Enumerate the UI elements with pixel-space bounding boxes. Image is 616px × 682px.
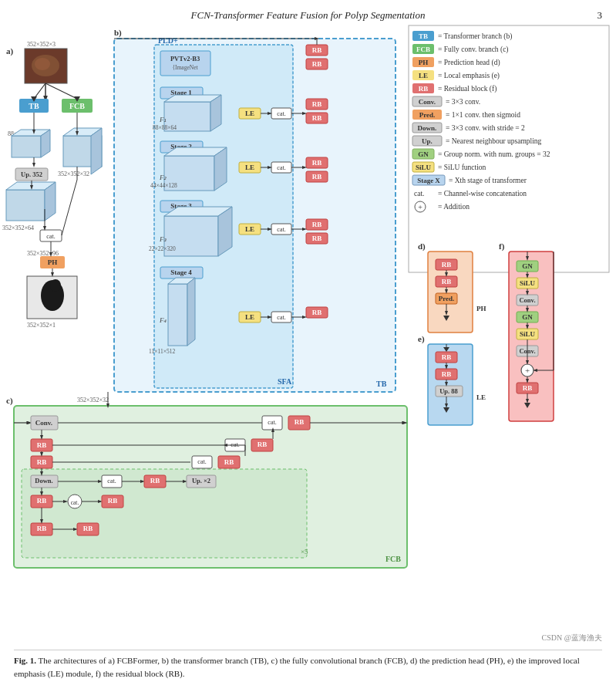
dim-96-a: 352×352×96: [27, 250, 59, 257]
leg-ph-eq: = Prediction head (d): [438, 59, 500, 67]
rb-b-2a: RB: [312, 100, 322, 108]
leg-pred-label: Pred.: [419, 111, 436, 119]
svg-rect-64: [168, 284, 187, 346]
rb-b-4a: RB: [312, 221, 322, 228]
silu-f-1: SiLU: [520, 279, 536, 287]
cat-b-2: cat.: [277, 164, 285, 171]
leg-rb-label: RB: [419, 85, 429, 93]
sec-d-label: d): [418, 241, 426, 252]
rb-b-1b: RB: [312, 60, 322, 68]
rb-b-3a: RB: [312, 159, 322, 167]
gn-f-2: GN: [522, 313, 533, 321]
imagenet-label: {ImageNet: [172, 64, 198, 71]
f3-label: F₃: [159, 235, 167, 243]
fcb-box-a: FCB: [69, 102, 85, 110]
leg-conv-label: Conv.: [419, 98, 436, 106]
leg-cat-eq: = Channel-wise concatenation: [438, 190, 527, 198]
watermark: CSDN @蓝海渔夫: [542, 633, 602, 643]
sec-e-label: e): [418, 334, 425, 344]
svg-point-38: [50, 279, 61, 292]
main-diagram: TB = Transformer branch (b) FCB = Fully …: [0, 22, 616, 585]
gn-f-1: GN: [522, 262, 533, 270]
rb-c-1a: RB: [37, 441, 47, 449]
rb-c-top: RB: [295, 418, 305, 426]
conv-f-1: Conv.: [519, 296, 535, 304]
leg-tb-eq: = Transformer branch (b): [438, 32, 512, 41]
up-x2-c: Up. ×2: [192, 477, 210, 484]
f1-label: F₁: [159, 116, 167, 123]
rb-c-4a: RB: [37, 497, 47, 505]
cat-b-4: cat.: [277, 314, 285, 321]
leg-plus-sym: +: [418, 203, 422, 211]
rb-b-1a: RB: [312, 46, 322, 54]
f2-label: F₂: [159, 174, 167, 181]
silu-f-2: SiLU: [520, 330, 536, 338]
dim-tb-32: 352×352×32: [77, 397, 109, 403]
svg-line-45: [62, 180, 77, 235]
svg-rect-28: [6, 190, 45, 221]
rb-c-4b: RB: [108, 497, 118, 505]
leg-plus-eq: = Addition: [438, 203, 470, 211]
leg-up-label: Up.: [422, 137, 433, 145]
page-header: FCN-Transformer Feature Fusion for Polyp…: [14, 9, 602, 22]
pred-d: Pred.: [439, 295, 455, 302]
rb-c-5b: RB: [83, 525, 93, 532]
caption: Fig. 1. The architectures of a) FCBForme…: [14, 650, 602, 680]
rb-b-5: RB: [312, 309, 322, 316]
page: FCN-Transformer Feature Fusion for Polyp…: [0, 0, 616, 682]
dim-input: 352×352×3: [27, 41, 56, 48]
cat-b-1: cat.: [277, 110, 285, 117]
dim-11-512: 11×11×512: [149, 348, 175, 355]
leg-up-eq: = Nearest neighbour upsampling: [446, 137, 542, 145]
caption-bold: Fig. 1.: [14, 656, 36, 665]
up88-e: Up. 88: [439, 387, 458, 395]
cat-a: cat.: [46, 233, 55, 240]
rb-c-2b: RB: [224, 458, 234, 466]
up352-a: Up. 352: [21, 170, 42, 178]
cat-c-top: cat.: [268, 419, 276, 426]
sec-f-label: f): [499, 241, 505, 252]
leg-cat-sym: cat.: [414, 190, 424, 198]
rb-b-3b: RB: [312, 173, 322, 181]
conv-c-1: Conv.: [35, 419, 52, 427]
svg-marker-62: [218, 207, 232, 256]
rb-c-3: RB: [150, 477, 160, 484]
le-b-3: LE: [245, 225, 254, 233]
sec-c-label: c): [6, 396, 13, 406]
leg-stagex-eq: = Xth stage of transformer: [449, 177, 527, 184]
leg-fcb-eq: = Fully conv. branch (c): [438, 46, 509, 54]
rb-d-1: RB: [442, 261, 452, 268]
ph-d-label: PH: [476, 305, 486, 312]
le-b-4: LE: [245, 313, 254, 321]
svg-marker-33: [91, 128, 102, 174]
ph-box-a: PH: [48, 258, 58, 266]
down-c: Down.: [35, 477, 52, 484]
tb-box-a: TB: [29, 102, 39, 110]
leg-pred-eq: = 1×1 conv. then sigmoid: [446, 111, 520, 119]
sfa-label: SFA: [278, 377, 292, 386]
cat-b-3: cat.: [277, 226, 285, 233]
leg-silu-eq: = SiLU function: [438, 164, 486, 171]
leg-tb-label: TB: [419, 32, 428, 40]
dim-44-128: 44×44×128: [150, 182, 177, 189]
rb-c-2a: RB: [37, 458, 47, 466]
leg-le-label: LE: [419, 72, 428, 79]
cat-c-4: cat.: [71, 499, 79, 506]
svg-marker-66: [187, 278, 195, 346]
leg-rb-eq: = Residual block (f): [438, 85, 497, 93]
leg-down-eq: = 3×3 conv. with stride = 2: [446, 124, 525, 132]
dim-352-32-a: 352×352×32: [58, 170, 89, 177]
f4-label: F₄: [159, 316, 167, 324]
leg-conv-eq: = 3×3 conv.: [446, 98, 480, 106]
dim-88-64-b: 88×88×64: [153, 124, 177, 131]
leg-stagex-label: Stage X: [417, 177, 440, 184]
rb-f-out: RB: [523, 384, 533, 392]
svg-rect-24: [12, 136, 41, 157]
rb-e-2: RB: [442, 370, 452, 378]
leg-fcb-label: FCB: [416, 46, 430, 53]
cat-c-3: cat.: [107, 478, 116, 484]
dim-352-64-a: 352×352×64: [2, 225, 34, 231]
x5-label: ×5: [301, 548, 308, 555]
dim-1-a: 352×352×1: [27, 322, 56, 329]
caption-text: The architectures of a) FCBFormer, b) th…: [14, 656, 580, 678]
